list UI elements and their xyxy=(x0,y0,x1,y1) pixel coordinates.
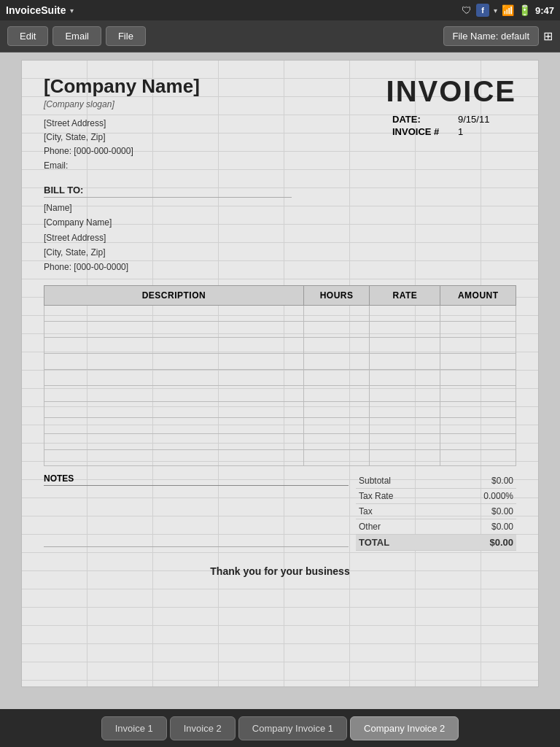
notes-content[interactable] xyxy=(44,489,349,547)
toolbar-right: File Name: default ⊞ xyxy=(443,26,553,46)
cell-desc-2[interactable] xyxy=(44,337,304,353)
bill-to-info: [Name] [Company Name] [Street Address] [… xyxy=(44,201,516,275)
cell-hours-0[interactable] xyxy=(303,305,370,321)
cell-amount-1[interactable] xyxy=(440,321,516,337)
company-slogan[interactable]: [Company slogan] xyxy=(44,99,370,109)
invoice-num-value[interactable]: 1 xyxy=(458,126,516,137)
tax-value: $0.00 xyxy=(491,506,513,516)
header-amount: AMOUNT xyxy=(440,285,516,305)
cell-amount-5[interactable] xyxy=(440,385,516,401)
table-row[interactable] xyxy=(44,449,516,465)
taxrate-label: Tax Rate xyxy=(359,491,393,501)
app-dropdown-icon[interactable]: ▾ xyxy=(70,7,74,15)
cell-amount-0[interactable] xyxy=(440,305,516,321)
cell-rate-7[interactable] xyxy=(370,417,440,433)
bill-to-city-state-zip[interactable]: [City, State, Zip] xyxy=(44,245,516,260)
file-button[interactable]: File xyxy=(106,26,146,46)
city-state-zip[interactable]: [City, State, Zip] xyxy=(44,131,370,144)
tab-company-invoice-1[interactable]: Company Invoice 1 xyxy=(238,716,347,740)
cell-rate-0[interactable] xyxy=(370,305,440,321)
company-name[interactable]: [Company Name] xyxy=(44,75,370,98)
cell-desc-8[interactable] xyxy=(44,433,304,449)
bill-to-name[interactable]: [Name] xyxy=(44,201,516,215)
cell-desc-3[interactable] xyxy=(44,353,304,369)
status-bar-right: 🛡 f ▾ 📶 🔋 9:47 xyxy=(462,4,554,17)
total-label: TOTAL xyxy=(359,537,389,548)
street-address[interactable]: [Street Address] xyxy=(44,117,370,131)
cell-rate-2[interactable] xyxy=(370,337,440,353)
cell-hours-9[interactable] xyxy=(303,449,370,465)
table-row[interactable] xyxy=(44,417,516,433)
tab-invoice-2[interactable]: Invoice 2 xyxy=(170,716,236,740)
invoice-header: [Company Name] [Company slogan] [Street … xyxy=(44,75,516,173)
status-bar-left: InvoiceSuite ▾ xyxy=(6,4,74,16)
bottom-section: NOTES Subtotal $0.00 Tax Rate 0.000% Tax… xyxy=(44,473,516,551)
cell-amount-2[interactable] xyxy=(440,337,516,353)
subtotal-value: $0.00 xyxy=(491,476,513,486)
cell-rate-5[interactable] xyxy=(370,385,440,401)
bottom-space xyxy=(44,584,516,628)
cell-desc-9[interactable] xyxy=(44,449,304,465)
bill-to-phone[interactable]: Phone: [000-00-0000] xyxy=(44,260,516,274)
subtotal-row: Subtotal $0.00 xyxy=(356,473,516,489)
cell-rate-8[interactable] xyxy=(370,433,440,449)
cell-desc-1[interactable] xyxy=(44,321,304,337)
cell-hours-5[interactable] xyxy=(303,385,370,401)
notes-title: NOTES xyxy=(44,473,349,486)
other-value: $0.00 xyxy=(491,522,513,532)
table-row[interactable] xyxy=(44,433,516,449)
table-row[interactable] xyxy=(44,385,516,401)
table-row[interactable] xyxy=(44,305,516,321)
bill-to-street[interactable]: [Street Address] xyxy=(44,231,516,245)
cell-rate-1[interactable] xyxy=(370,321,440,337)
cell-desc-6[interactable] xyxy=(44,401,304,417)
cell-hours-7[interactable] xyxy=(303,417,370,433)
bill-to-company[interactable]: [Company Name] xyxy=(44,215,516,230)
cell-desc-0[interactable] xyxy=(44,305,304,321)
cell-hours-4[interactable] xyxy=(303,369,370,385)
tab-company-invoice-2[interactable]: Company Invoice 2 xyxy=(350,716,459,740)
table-row[interactable] xyxy=(44,353,516,369)
table-row[interactable] xyxy=(44,401,516,417)
cell-amount-4[interactable] xyxy=(440,369,516,385)
cell-desc-4[interactable] xyxy=(44,369,304,385)
cell-rate-9[interactable] xyxy=(370,449,440,465)
table-row[interactable] xyxy=(44,321,516,337)
cell-hours-6[interactable] xyxy=(303,401,370,417)
cell-amount-6[interactable] xyxy=(440,401,516,417)
cell-desc-5[interactable] xyxy=(44,385,304,401)
table-row[interactable] xyxy=(44,369,516,385)
phone[interactable]: Phone: [000-000-0000] xyxy=(44,144,370,158)
cell-desc-7[interactable] xyxy=(44,417,304,433)
email[interactable]: Email: xyxy=(44,159,370,173)
cell-hours-1[interactable] xyxy=(303,321,370,337)
grid-icon[interactable]: ⊞ xyxy=(543,29,553,43)
tab-bar: Invoice 1 Invoice 2 Company Invoice 1 Co… xyxy=(0,709,560,747)
company-section: [Company Name] [Company slogan] [Street … xyxy=(44,75,370,173)
thank-you: Thank you for your business xyxy=(44,565,516,577)
header-description: DESCRIPTION xyxy=(44,285,304,305)
invoice-meta: DATE: 9/15/11 INVOICE # 1 xyxy=(370,114,516,137)
fb-dropdown-icon[interactable]: ▾ xyxy=(494,7,497,15)
edit-button[interactable]: Edit xyxy=(7,26,48,46)
cell-amount-9[interactable] xyxy=(440,449,516,465)
table-row[interactable] xyxy=(44,337,516,353)
cell-rate-4[interactable] xyxy=(370,369,440,385)
cell-amount-3[interactable] xyxy=(440,353,516,369)
date-label: DATE: xyxy=(392,114,458,125)
cell-amount-7[interactable] xyxy=(440,417,516,433)
tab-invoice-1[interactable]: Invoice 1 xyxy=(101,716,167,740)
tax-row: Tax $0.00 xyxy=(356,504,516,519)
cell-hours-8[interactable] xyxy=(303,433,370,449)
email-button[interactable]: Email xyxy=(52,26,101,46)
cell-amount-8[interactable] xyxy=(440,433,516,449)
cell-rate-3[interactable] xyxy=(370,353,440,369)
totals-section: Subtotal $0.00 Tax Rate 0.000% Tax $0.00… xyxy=(356,473,516,551)
invoice-title: INVOICE xyxy=(370,75,516,108)
date-value[interactable]: 9/15/11 xyxy=(458,114,516,125)
cell-hours-2[interactable] xyxy=(303,337,370,353)
cell-rate-6[interactable] xyxy=(370,401,440,417)
invoice-title-section: INVOICE DATE: 9/15/11 INVOICE # 1 xyxy=(370,75,516,139)
cell-hours-3[interactable] xyxy=(303,353,370,369)
other-row: Other $0.00 xyxy=(356,519,516,535)
